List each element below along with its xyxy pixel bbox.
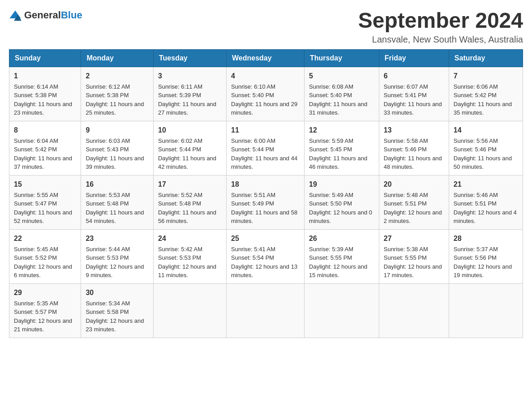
day-cell: 28 Sunrise: 5:37 AMSunset: 5:56 PMDaylig… — [449, 229, 523, 283]
day-info: Sunrise: 5:46 AMSunset: 5:51 PMDaylight:… — [454, 192, 517, 225]
day-info: Sunrise: 5:53 AMSunset: 5:48 PMDaylight:… — [86, 192, 144, 225]
day-number: 15 — [14, 179, 76, 190]
day-number: 21 — [454, 179, 518, 190]
day-number: 5 — [309, 71, 374, 81]
page-header: GeneralBlue September 2024 Lansvale, New… — [9, 9, 523, 45]
day-cell: 17 Sunrise: 5:52 AMSunset: 5:48 PMDaylig… — [153, 175, 226, 229]
day-cell: 7 Sunrise: 6:06 AMSunset: 5:42 PMDayligh… — [449, 67, 523, 121]
day-number: 26 — [309, 233, 374, 244]
day-info: Sunrise: 6:00 AMSunset: 5:44 PMDaylight:… — [231, 137, 297, 171]
day-info: Sunrise: 5:41 AMSunset: 5:54 PMDaylight:… — [231, 246, 297, 279]
day-cell: 1 Sunrise: 6:14 AMSunset: 5:38 PMDayligh… — [9, 67, 81, 121]
day-number: 17 — [158, 179, 222, 190]
day-info: Sunrise: 5:55 AMSunset: 5:47 PMDaylight:… — [14, 192, 72, 225]
day-number: 16 — [86, 179, 149, 190]
week-row-3: 15 Sunrise: 5:55 AMSunset: 5:47 PMDaylig… — [9, 175, 523, 229]
day-cell: 3 Sunrise: 6:11 AMSunset: 5:39 PMDayligh… — [153, 67, 226, 121]
day-cell: 18 Sunrise: 5:51 AMSunset: 5:49 PMDaylig… — [227, 175, 305, 229]
week-row-5: 29 Sunrise: 5:35 AMSunset: 5:57 PMDaylig… — [9, 283, 523, 338]
day-cell — [153, 283, 226, 338]
day-info: Sunrise: 6:07 AMSunset: 5:41 PMDaylight:… — [384, 83, 442, 116]
day-info: Sunrise: 6:14 AMSunset: 5:38 PMDaylight:… — [14, 83, 72, 116]
day-number: 14 — [454, 125, 518, 136]
day-number: 28 — [454, 233, 518, 244]
day-cell: 13 Sunrise: 5:58 AMSunset: 5:46 PMDaylig… — [379, 121, 449, 175]
header-row: SundayMondayTuesdayWednesdayThursdayFrid… — [9, 49, 523, 67]
day-number: 7 — [454, 71, 518, 81]
day-info: Sunrise: 5:44 AMSunset: 5:53 PMDaylight:… — [86, 246, 144, 279]
header-cell-monday: Monday — [81, 49, 154, 67]
day-cell: 10 Sunrise: 6:02 AMSunset: 5:44 PMDaylig… — [153, 121, 226, 175]
day-info: Sunrise: 6:11 AMSunset: 5:39 PMDaylight:… — [158, 83, 216, 116]
day-cell: 24 Sunrise: 5:42 AMSunset: 5:53 PMDaylig… — [153, 229, 226, 283]
day-cell: 12 Sunrise: 5:59 AMSunset: 5:45 PMDaylig… — [305, 121, 379, 175]
day-number: 29 — [14, 287, 76, 298]
week-row-1: 1 Sunrise: 6:14 AMSunset: 5:38 PMDayligh… — [9, 67, 523, 121]
day-cell — [305, 283, 379, 338]
day-info: Sunrise: 5:48 AMSunset: 5:51 PMDaylight:… — [384, 192, 442, 225]
day-cell: 16 Sunrise: 5:53 AMSunset: 5:48 PMDaylig… — [81, 175, 154, 229]
day-info: Sunrise: 5:59 AMSunset: 5:45 PMDaylight:… — [309, 137, 367, 171]
day-number: 19 — [309, 179, 374, 190]
day-cell: 8 Sunrise: 6:04 AMSunset: 5:42 PMDayligh… — [9, 121, 81, 175]
day-cell — [449, 283, 523, 338]
header-cell-tuesday: Tuesday — [153, 49, 226, 67]
day-cell: 11 Sunrise: 6:00 AMSunset: 5:44 PMDaylig… — [227, 121, 305, 175]
day-cell: 19 Sunrise: 5:49 AMSunset: 5:50 PMDaylig… — [305, 175, 379, 229]
week-row-2: 8 Sunrise: 6:04 AMSunset: 5:42 PMDayligh… — [9, 121, 523, 175]
day-cell: 14 Sunrise: 5:56 AMSunset: 5:46 PMDaylig… — [449, 121, 523, 175]
logo: GeneralBlue — [9, 9, 82, 21]
day-number: 25 — [231, 233, 300, 244]
logo-icon — [9, 9, 21, 21]
header-cell-saturday: Saturday — [449, 49, 523, 67]
day-number: 10 — [158, 125, 222, 136]
day-cell: 21 Sunrise: 5:46 AMSunset: 5:51 PMDaylig… — [449, 175, 523, 229]
day-number: 13 — [384, 125, 444, 136]
header-cell-friday: Friday — [379, 49, 449, 67]
day-number: 12 — [309, 125, 374, 136]
day-info: Sunrise: 5:58 AMSunset: 5:46 PMDaylight:… — [384, 137, 442, 171]
day-info: Sunrise: 5:52 AMSunset: 5:48 PMDaylight:… — [158, 192, 216, 225]
day-cell: 25 Sunrise: 5:41 AMSunset: 5:54 PMDaylig… — [227, 229, 305, 283]
day-cell: 22 Sunrise: 5:45 AMSunset: 5:52 PMDaylig… — [9, 229, 81, 283]
day-number: 23 — [86, 233, 149, 244]
day-cell: 4 Sunrise: 6:10 AMSunset: 5:40 PMDayligh… — [227, 67, 305, 121]
day-number: 11 — [231, 125, 300, 136]
day-info: Sunrise: 5:49 AMSunset: 5:50 PMDaylight:… — [309, 192, 372, 225]
day-number: 3 — [158, 71, 222, 81]
logo-text-blue: Blue — [61, 9, 82, 21]
day-number: 27 — [384, 233, 444, 244]
day-info: Sunrise: 6:10 AMSunset: 5:40 PMDaylight:… — [231, 83, 297, 116]
day-info: Sunrise: 5:38 AMSunset: 5:55 PMDaylight:… — [384, 246, 442, 279]
week-row-4: 22 Sunrise: 5:45 AMSunset: 5:52 PMDaylig… — [9, 229, 523, 283]
day-cell: 29 Sunrise: 5:35 AMSunset: 5:57 PMDaylig… — [9, 283, 81, 338]
day-cell: 9 Sunrise: 6:03 AMSunset: 5:43 PMDayligh… — [81, 121, 154, 175]
day-cell: 27 Sunrise: 5:38 AMSunset: 5:55 PMDaylig… — [379, 229, 449, 283]
day-info: Sunrise: 5:35 AMSunset: 5:57 PMDaylight:… — [14, 300, 72, 333]
calendar-table: SundayMondayTuesdayWednesdayThursdayFrid… — [9, 49, 523, 338]
day-cell — [227, 283, 305, 338]
day-info: Sunrise: 5:39 AMSunset: 5:55 PMDaylight:… — [309, 246, 367, 279]
header-cell-sunday: Sunday — [9, 49, 81, 67]
day-info: Sunrise: 5:34 AMSunset: 5:58 PMDaylight:… — [86, 300, 144, 333]
day-cell: 2 Sunrise: 6:12 AMSunset: 5:38 PMDayligh… — [81, 67, 154, 121]
day-info: Sunrise: 5:56 AMSunset: 5:46 PMDaylight:… — [454, 137, 512, 171]
location: Lansvale, New South Wales, Australia — [358, 34, 523, 45]
day-info: Sunrise: 6:03 AMSunset: 5:43 PMDaylight:… — [86, 137, 144, 171]
day-number: 6 — [384, 71, 444, 81]
day-cell: 6 Sunrise: 6:07 AMSunset: 5:41 PMDayligh… — [379, 67, 449, 121]
day-cell — [379, 283, 449, 338]
day-info: Sunrise: 6:04 AMSunset: 5:42 PMDaylight:… — [14, 137, 72, 171]
day-number: 30 — [86, 287, 149, 298]
day-cell: 30 Sunrise: 5:34 AMSunset: 5:58 PMDaylig… — [81, 283, 154, 338]
day-info: Sunrise: 6:08 AMSunset: 5:40 PMDaylight:… — [309, 83, 367, 116]
day-cell: 5 Sunrise: 6:08 AMSunset: 5:40 PMDayligh… — [305, 67, 379, 121]
logo-text-general: General — [24, 9, 61, 21]
day-cell: 26 Sunrise: 5:39 AMSunset: 5:55 PMDaylig… — [305, 229, 379, 283]
day-number: 1 — [14, 71, 76, 81]
day-info: Sunrise: 6:06 AMSunset: 5:42 PMDaylight:… — [454, 83, 512, 116]
day-number: 9 — [86, 125, 149, 136]
day-info: Sunrise: 6:12 AMSunset: 5:38 PMDaylight:… — [86, 83, 144, 116]
month-year: September 2024 — [358, 9, 523, 33]
calendar-header: SundayMondayTuesdayWednesdayThursdayFrid… — [9, 49, 523, 67]
